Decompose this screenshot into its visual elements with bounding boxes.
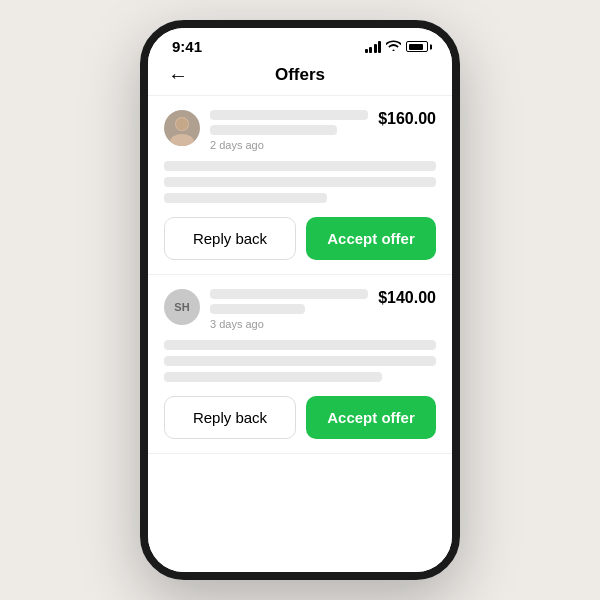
skeleton-line — [210, 125, 337, 135]
nav-bar: ← Offers — [148, 59, 452, 96]
skeleton-line — [210, 289, 368, 299]
content-area: 2 days ago $160.00 Reply back Accept off… — [148, 96, 452, 572]
page-title: Offers — [275, 65, 325, 85]
skeleton-line — [164, 356, 436, 366]
skeleton-line — [164, 340, 436, 350]
avatar-2: SH — [164, 289, 200, 325]
signal-icon — [365, 41, 382, 53]
offer-content-2: 3 days ago — [210, 289, 368, 330]
reply-back-button-2[interactable]: Reply back — [164, 396, 296, 439]
offer-body-skeletons-1 — [164, 161, 436, 203]
offer-timestamp-2: 3 days ago — [210, 318, 368, 330]
offer-header-1: 2 days ago $160.00 — [164, 110, 436, 151]
wifi-icon — [386, 40, 401, 54]
reply-back-button-1[interactable]: Reply back — [164, 217, 296, 260]
accept-offer-button-2[interactable]: Accept offer — [306, 396, 436, 439]
avatar-1 — [164, 110, 200, 146]
svg-point-3 — [176, 118, 188, 130]
button-row-2: Reply back Accept offer — [164, 396, 436, 439]
status-icons — [365, 40, 429, 54]
offer-price-2: $140.00 — [378, 289, 436, 307]
offer-card-1: 2 days ago $160.00 Reply back Accept off… — [148, 96, 452, 275]
phone-frame: 9:41 ← Offers — [140, 20, 460, 580]
battery-icon — [406, 41, 428, 52]
offer-body-skeletons-2 — [164, 340, 436, 382]
offer-price-1: $160.00 — [378, 110, 436, 128]
accept-offer-button-1[interactable]: Accept offer — [306, 217, 436, 260]
status-time: 9:41 — [172, 38, 202, 55]
offer-timestamp-1: 2 days ago — [210, 139, 368, 151]
skeleton-line — [164, 193, 327, 203]
skeleton-line — [210, 304, 305, 314]
status-bar: 9:41 — [148, 28, 452, 59]
skeleton-lines-1 — [210, 110, 368, 135]
skeleton-line — [164, 372, 382, 382]
offer-card-2: SH 3 days ago $140.00 Reply — [148, 275, 452, 454]
skeleton-line — [164, 161, 436, 171]
skeleton-line — [164, 177, 436, 187]
offer-header-2: SH 3 days ago $140.00 — [164, 289, 436, 330]
offer-left-1: 2 days ago — [164, 110, 368, 151]
skeleton-lines-2 — [210, 289, 368, 314]
offer-content-1: 2 days ago — [210, 110, 368, 151]
back-button[interactable]: ← — [168, 64, 188, 87]
offer-left-2: SH 3 days ago — [164, 289, 368, 330]
button-row-1: Reply back Accept offer — [164, 217, 436, 260]
skeleton-line — [210, 110, 368, 120]
